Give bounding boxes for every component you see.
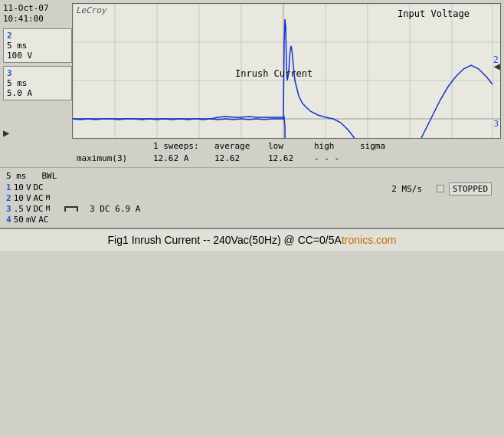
inrush-current-label: Inrush Current (235, 68, 313, 79)
left-panel: 11-Oct-07 10:41:00 2 5 ms 100 V 3 5 ms 5… (3, 3, 72, 139)
sample-rate: 2 MS/s (391, 184, 422, 194)
controls-row1: 5 ms BWL (6, 171, 498, 181)
channel-3-box: 3 5 ms 5.0 A (3, 66, 72, 100)
ch3-dc-label: 3 DC 6.9 A (90, 204, 140, 214)
ch3-unit: V (26, 204, 31, 214)
stopped-label: STOPPED (449, 182, 492, 196)
stats-sigma-label: sigma (360, 140, 406, 153)
stats-sweeps-label: 1 sweeps: (153, 140, 214, 153)
status-right: 2 MS/s STOPPED (391, 182, 492, 196)
ch2-time: 5 ms (7, 41, 28, 51)
ch3-num: 3 (6, 204, 11, 214)
stats-average-label: average (214, 140, 268, 153)
stats-header-row: 1 sweeps: average low high sigma (77, 140, 501, 153)
ch1-voltage: 10 (14, 182, 24, 192)
ch2-number: 2 (7, 31, 12, 41)
date-line2: 10:41:00 (3, 14, 72, 25)
stats-low-label: low (268, 140, 314, 153)
ch-marker-arrow: ▶ (3, 127, 72, 139)
bwl-label: BWL (42, 171, 57, 181)
stats-area: 1 sweeps: average low high sigma maximum… (0, 139, 504, 167)
ch3-marker-m: M (46, 205, 50, 212)
ch2-num: 2 (6, 193, 11, 203)
datetime-box: 11-Oct-07 10:41:00 (3, 3, 72, 25)
input-voltage-label: Input Voltage (398, 8, 470, 19)
stats-average-val: 12.62 A (153, 153, 214, 166)
stats-blank (77, 140, 153, 153)
ch2-right-label: 2 (493, 54, 499, 65)
bottom-controls: 5 ms BWL 1 10 V DC 2 10 V AC M 3 .5 V DC (0, 167, 504, 228)
scope-area: 11-Oct-07 10:41:00 2 5 ms 100 V 3 5 ms 5… (0, 0, 504, 139)
ch3-right-label: 3 (493, 119, 499, 129)
ch2-coupling: AC (34, 193, 44, 203)
stats-high-label: high (314, 140, 360, 153)
ch3-voltage: .5 (14, 204, 24, 214)
ch3-time: 5 ms (7, 78, 28, 88)
ch3-coupling: DC (34, 204, 44, 214)
main-container: 11-Oct-07 10:41:00 2 5 ms 100 V 3 5 ms 5… (0, 0, 504, 437)
ch4-unit: mV (26, 215, 36, 225)
ch3-number: 3 (7, 68, 12, 78)
channel-rows: 1 10 V DC 2 10 V AC M 3 .5 V DC M (6, 182, 498, 225)
stats-high-val: 12.62 (268, 153, 314, 166)
ch4-entry: 4 50 mV AC (6, 215, 498, 225)
status-checkbox (437, 185, 444, 192)
ch4-num: 4 (6, 215, 11, 225)
stats-low-val: 12.62 (214, 153, 268, 166)
channel-2-box: 2 5 ms 100 V (3, 28, 72, 63)
ch2-voltage: 10 (14, 193, 24, 203)
caption-suffix: tronics.com (342, 234, 397, 246)
ch3-entry: 3 .5 V DC M 3 DC 6.9 A (6, 204, 498, 214)
ch4-coupling: AC (38, 215, 48, 225)
ch3-val: 5.0 A (7, 88, 32, 98)
caption-text: Fig1 Inrush Current -- 240Vac(50Hz) @ CC… (108, 234, 342, 246)
scope-brand: LeCroy (76, 5, 106, 15)
ch2-marker-m: M (46, 194, 50, 202)
scope-screen: LeCroy ◀ (72, 3, 501, 139)
caption-area: Fig1 Inrush Current -- 240Vac(50Hz) @ CC… (0, 228, 504, 251)
ch4-voltage: 50 (14, 215, 24, 225)
stats-data-row: maximum(3) 12.62 A 12.62 12.62 - - - (77, 153, 501, 166)
ch2-unit: V (26, 193, 31, 203)
date-line1: 11-Oct-07 (3, 3, 72, 14)
time-div-display: 5 ms (6, 171, 27, 181)
stats-sigma-val: - - - (314, 153, 360, 166)
ch1-unit: V (26, 182, 31, 192)
ch2-val: 100 V (7, 51, 32, 61)
stats-row-label: maximum(3) (77, 153, 153, 166)
squarewave-icon (64, 206, 78, 212)
ch1-coupling: DC (34, 182, 44, 192)
ch1-num: 1 (6, 182, 11, 192)
